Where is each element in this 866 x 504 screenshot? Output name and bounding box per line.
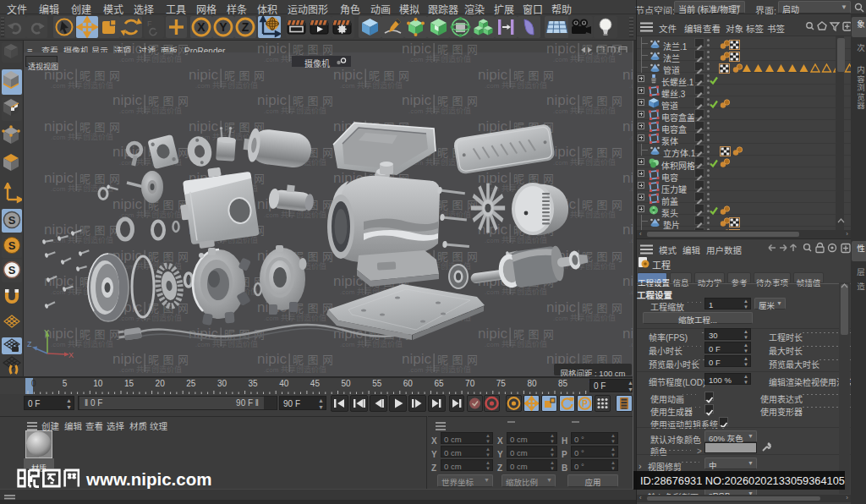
svg-text:25: 25 [186,379,196,388]
svg-text:20: 20 [156,379,166,388]
svg-text:Z: Z [242,20,249,34]
svg-text:S: S [8,214,16,227]
svg-text:F: F [147,19,152,28]
svg-text:0: 0 [31,379,36,388]
svg-text:S: S [8,264,16,277]
svg-text:15: 15 [124,379,134,388]
svg-text:10: 10 [93,379,103,388]
svg-text:Y: Y [219,20,227,34]
svg-text:45: 45 [310,379,321,388]
svg-text:P: P [582,399,588,408]
svg-text:75: 75 [496,379,507,388]
svg-text:65: 65 [434,379,444,388]
svg-text:X: X [197,20,206,34]
svg-text:S: S [8,239,16,252]
svg-text:X: X [69,351,74,359]
svg-text:30: 30 [217,379,227,388]
svg-text:60: 60 [403,379,414,388]
svg-text:35: 35 [249,379,259,388]
svg-text:40: 40 [279,379,289,388]
svg-text:80: 80 [527,379,537,388]
svg-text:5: 5 [63,379,68,388]
svg-text:50: 50 [342,379,352,388]
svg-text:Y: Y [44,328,49,337]
svg-text:www.nipic.com: www.nipic.com [85,469,211,489]
svg-text:Z: Z [27,340,32,348]
svg-text:70: 70 [465,379,475,388]
svg-text:55: 55 [372,379,382,388]
svg-text:85: 85 [558,379,568,388]
